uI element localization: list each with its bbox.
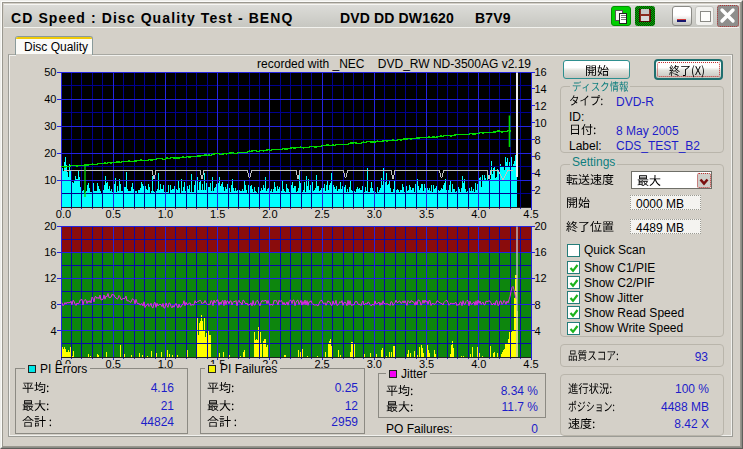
- svg-text:8: 8: [535, 299, 541, 311]
- svg-text:40: 40: [44, 93, 56, 105]
- svg-text:14: 14: [535, 83, 547, 95]
- svg-text:16: 16: [535, 66, 547, 78]
- svg-text:4: 4: [535, 325, 541, 337]
- svg-text:4.5: 4.5: [523, 358, 538, 370]
- svg-text:4: 4: [535, 167, 541, 179]
- svg-text:4.0: 4.0: [471, 208, 486, 220]
- svg-text:12: 12: [535, 100, 547, 112]
- svg-text:0.5: 0.5: [106, 208, 121, 220]
- svg-text:2: 2: [535, 184, 541, 196]
- svg-text:1.0: 1.0: [158, 208, 173, 220]
- svg-text:recorded with _NEC DVD_RW N: recorded with _NEC DVD_RW ND-3500AG v2.1…: [257, 57, 531, 71]
- svg-text:1.5: 1.5: [210, 208, 225, 220]
- svg-text:4.5: 4.5: [523, 208, 538, 220]
- svg-text:4.0: 4.0: [471, 358, 486, 370]
- svg-text:3.0: 3.0: [367, 358, 382, 370]
- svg-text:16: 16: [44, 246, 56, 258]
- svg-text:8: 8: [50, 299, 56, 311]
- svg-text:30: 30: [44, 120, 56, 132]
- svg-text:6: 6: [535, 150, 541, 162]
- svg-text:12: 12: [44, 272, 56, 284]
- svg-text:16: 16: [535, 246, 547, 258]
- svg-text:2.5: 2.5: [314, 208, 329, 220]
- svg-text:3.5: 3.5: [419, 208, 434, 220]
- svg-text:20: 20: [535, 220, 547, 232]
- svg-text:2.0: 2.0: [262, 208, 277, 220]
- svg-text:0.0: 0.0: [56, 208, 71, 220]
- svg-text:10: 10: [535, 117, 547, 129]
- svg-text:8: 8: [535, 134, 541, 146]
- svg-text:4: 4: [50, 325, 56, 337]
- svg-text:50: 50: [44, 66, 56, 78]
- svg-text:20: 20: [44, 220, 56, 232]
- svg-text:10: 10: [44, 174, 56, 186]
- svg-text:20: 20: [44, 147, 56, 159]
- svg-text:12: 12: [535, 272, 547, 284]
- svg-text:3.0: 3.0: [367, 208, 382, 220]
